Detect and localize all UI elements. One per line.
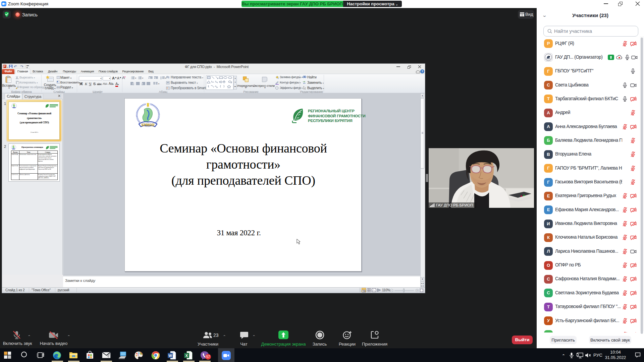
- svg-text:X: X: [185, 354, 188, 358]
- svg-text:БРИОП: БРИОП: [142, 123, 155, 127]
- svg-text:W: W: [168, 354, 172, 358]
